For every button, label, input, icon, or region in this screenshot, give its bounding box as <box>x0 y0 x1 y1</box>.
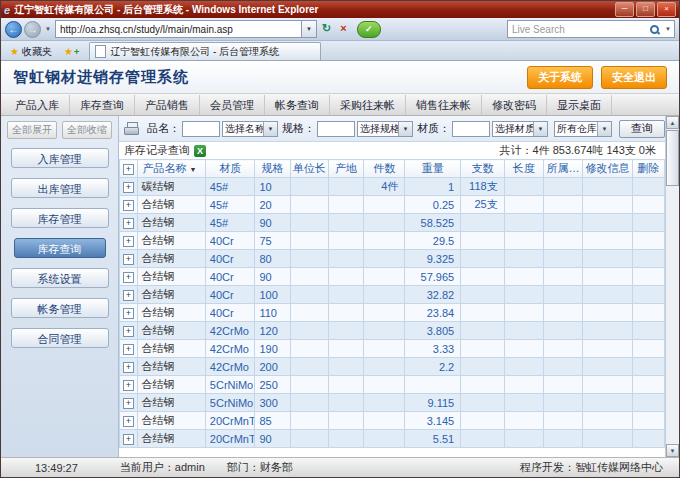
expand-row-icon[interactable]: + <box>123 290 134 301</box>
vertical-scrollbar[interactable]: ▲ ▼ <box>665 116 679 457</box>
column-header-origin[interactable]: 产地 <box>328 160 363 178</box>
expand-row-icon[interactable]: + <box>123 182 134 193</box>
scrollbar-track[interactable] <box>666 187 679 444</box>
nav-item-0[interactable]: 产品入库 <box>5 95 70 115</box>
collapse-all-button[interactable]: 全部收缩 <box>62 121 112 139</box>
row-expand-cell: + <box>120 214 138 232</box>
chevron-down-icon[interactable]: ▼ <box>597 122 611 136</box>
nav-item-8[interactable]: 显示桌面 <box>547 95 612 115</box>
expand-row-icon[interactable]: + <box>123 326 134 337</box>
cell-pieces <box>364 196 405 214</box>
cell-belongs <box>543 250 582 268</box>
scrollbar-thumb[interactable] <box>666 130 679 186</box>
address-input[interactable] <box>56 24 301 35</box>
expand-row-icon[interactable]: + <box>123 218 134 229</box>
scroll-up-button[interactable]: ▲ <box>666 116 679 129</box>
expand-row-icon[interactable]: + <box>123 362 134 373</box>
cell-belongs <box>543 358 582 376</box>
refresh-button[interactable]: ↻ <box>319 21 334 37</box>
minimize-button[interactable]: ─ <box>615 2 634 17</box>
sidebar-item-6[interactable]: 合同管理 <box>11 328 109 348</box>
back-button[interactable]: ← <box>5 21 22 38</box>
name-select[interactable]: 选择名称 ▼ <box>222 121 278 137</box>
expand-row-icon[interactable]: + <box>123 308 134 319</box>
search-icon[interactable] <box>649 24 660 35</box>
expand-row-icon[interactable]: + <box>123 272 134 283</box>
column-header-modify[interactable]: 修改信息 <box>583 160 633 178</box>
status-bar: 13:49:27 当前用户：admin 部门：财务部 程序开发：智虹传媒网络中心 <box>1 457 679 477</box>
expand-row-icon[interactable]: + <box>123 200 134 211</box>
history-dropdown-icon[interactable]: ▼ <box>43 26 53 32</box>
excel-export-icon[interactable]: X <box>194 145 206 157</box>
expand-row-icon[interactable]: + <box>123 236 134 247</box>
about-system-button[interactable]: 关于系统 <box>527 66 593 89</box>
query-button[interactable]: 查询 <box>619 120 665 138</box>
column-header-spec[interactable]: 规格 <box>255 160 290 178</box>
print-icon[interactable] <box>124 122 139 135</box>
nav-item-4[interactable]: 帐务查询 <box>265 95 330 115</box>
warehouse-select[interactable]: 所有仓库 ▼ <box>554 121 612 137</box>
cell-modify <box>583 340 633 358</box>
cell-modify <box>583 196 633 214</box>
material-filter-input[interactable] <box>452 121 490 137</box>
maximize-button[interactable]: □ <box>636 2 655 17</box>
cell-length <box>504 376 543 394</box>
cell-modify <box>583 232 633 250</box>
chevron-down-icon[interactable]: ▼ <box>398 122 412 136</box>
close-button[interactable]: × <box>657 2 676 17</box>
sidebar-item-4[interactable]: 系统设置 <box>11 268 109 288</box>
logout-button[interactable]: 安全退出 <box>601 66 667 89</box>
column-header-pieces[interactable]: 件数 <box>364 160 405 178</box>
search-dropdown-icon[interactable]: ▼ <box>662 26 674 32</box>
expand-row-icon[interactable]: + <box>123 398 134 409</box>
nav-item-5[interactable]: 采购往来帐 <box>330 95 406 115</box>
stop-button[interactable]: × <box>336 21 351 37</box>
column-header-name[interactable]: 产品名称▼ <box>137 160 205 178</box>
sidebar-item-2[interactable]: 库存管理 <box>11 208 109 228</box>
nav-item-6[interactable]: 销售往来帐 <box>406 95 482 115</box>
sidebar-item-3[interactable]: 库存查询 <box>14 238 106 258</box>
chevron-down-icon[interactable]: ▼ <box>263 122 277 136</box>
cell-origin <box>328 412 363 430</box>
column-header-delete[interactable]: 删除 <box>632 160 664 178</box>
chevron-down-icon[interactable]: ▼ <box>533 122 547 136</box>
address-dropdown-button[interactable]: ▼ <box>302 20 317 38</box>
expand-row-icon[interactable]: + <box>123 344 134 355</box>
material-select[interactable]: 选择材质 ▼ <box>492 121 548 137</box>
page-header: 智虹钢材进销存管理系统 关于系统 安全退出 <box>1 61 679 93</box>
column-header-weight[interactable]: 重量 <box>405 160 461 178</box>
add-favorite-button[interactable]: ★+ <box>58 43 85 60</box>
table-row-2: +合结钢45#9058.525 <box>120 214 665 232</box>
expand-all-button[interactable]: 全部展开 <box>7 121 57 139</box>
column-header-count[interactable]: 支数 <box>461 160 504 178</box>
spec-select[interactable]: 选择规格 ▼ <box>357 121 413 137</box>
table-row-9: +合结钢42CrMo1903.33 <box>120 340 665 358</box>
forward-button[interactable]: → <box>24 21 41 38</box>
nav-item-1[interactable]: 库存查询 <box>70 95 135 115</box>
security-badge[interactable]: ✓ <box>357 21 381 38</box>
expand-row-icon[interactable]: + <box>123 434 134 445</box>
expand-row-icon[interactable]: + <box>123 380 134 391</box>
nav-item-3[interactable]: 会员管理 <box>200 95 265 115</box>
expand-all-icon[interactable]: + <box>123 164 134 175</box>
search-input[interactable] <box>508 24 649 35</box>
column-header-belongs[interactable]: 所属… <box>543 160 582 178</box>
name-filter-input[interactable] <box>182 121 220 137</box>
favorites-button[interactable]: ★ 收藏夹 <box>4 43 58 60</box>
expand-row-icon[interactable]: + <box>123 254 134 265</box>
column-header-material[interactable]: 材质 <box>205 160 255 178</box>
expand-row-icon[interactable]: + <box>123 416 134 427</box>
scroll-down-button[interactable]: ▼ <box>666 444 679 457</box>
nav-item-7[interactable]: 修改密码 <box>482 95 547 115</box>
spec-filter-input[interactable] <box>317 121 355 137</box>
cell-length <box>504 286 543 304</box>
column-header-length[interactable]: 长度 <box>504 160 543 178</box>
sidebar-item-0[interactable]: 入库管理 <box>11 148 109 168</box>
sidebar-item-1[interactable]: 出库管理 <box>11 178 109 198</box>
cell-length <box>504 196 543 214</box>
sidebar-item-5[interactable]: 帐务管理 <box>11 298 109 318</box>
nav-item-2[interactable]: 产品销售 <box>135 95 200 115</box>
address-field[interactable] <box>55 20 302 38</box>
column-header-unit_length[interactable]: 单位长 <box>290 160 328 178</box>
browser-tab[interactable]: 辽宁智虹传媒有限公司 - 后台管理系统 <box>89 42 321 60</box>
